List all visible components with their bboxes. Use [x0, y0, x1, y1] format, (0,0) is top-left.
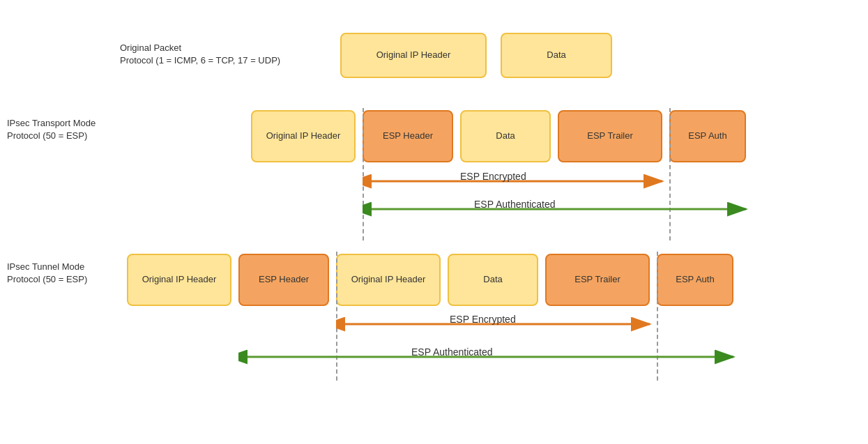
transport-data-box: Data	[460, 110, 551, 162]
transport-esp-header-box: ESP Header	[363, 110, 453, 162]
transport-authenticated-arrow	[363, 199, 753, 220]
transport-authenticated-label: ESP Authenticated	[474, 199, 556, 210]
tunnel-inner-orig-ip-header-box: Original IP Header	[336, 254, 441, 306]
tunnel-encrypted-label: ESP Encrypted	[450, 314, 516, 325]
dashed-line-right-transport	[669, 108, 671, 240]
tunnel-esp-auth-box: ESP Auth	[657, 254, 733, 306]
tunnel-mode-label: IPsec Tunnel Mode Protocol (50 = ESP)	[7, 261, 87, 286]
transport-mode-label: IPsec Transport Mode Protocol (50 = ESP)	[7, 117, 96, 142]
tunnel-outer-orig-ip-header-box: Original IP Header	[127, 254, 231, 306]
tunnel-data-box: Data	[448, 254, 538, 306]
tunnel-esp-trailer-box: ESP Trailer	[545, 254, 650, 306]
tunnel-esp-header-box: ESP Header	[238, 254, 329, 306]
data-box-1: Data	[501, 33, 612, 78]
original-packet-label: Original Packet Protocol (1 = ICMP, 6 = …	[120, 42, 280, 67]
transport-esp-trailer-box: ESP Trailer	[558, 110, 662, 162]
transport-esp-auth-box: ESP Auth	[669, 110, 746, 162]
original-ip-header-box-1: Original IP Header	[340, 33, 487, 78]
transport-orig-ip-header-box: Original IP Header	[251, 110, 356, 162]
diagram: Original Packet Protocol (1 = ICMP, 6 = …	[0, 0, 868, 444]
tunnel-authenticated-label: ESP Authenticated	[411, 346, 493, 358]
transport-encrypted-label: ESP Encrypted	[460, 171, 526, 182]
